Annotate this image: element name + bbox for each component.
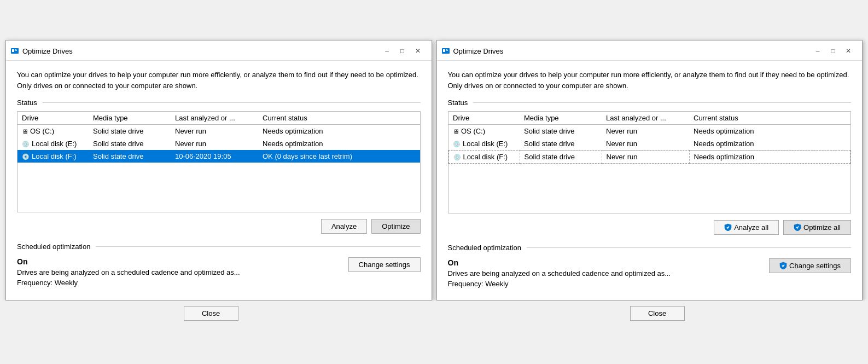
empty-row bbox=[18, 179, 420, 195]
scheduled-freq-text-2: Frequency: Weekly bbox=[448, 280, 671, 288]
scheduled-line-1 bbox=[96, 246, 420, 247]
scheduled-desc-text-2: Drives are being analyzed on a scheduled… bbox=[448, 269, 671, 278]
drive-status: Needs optimization bbox=[689, 137, 850, 151]
scheduled-on-label: On bbox=[17, 257, 240, 266]
col-last-2: Last analyzed or ... bbox=[602, 112, 689, 125]
close-footer-btn-1[interactable]: Close bbox=[184, 306, 238, 321]
empty-row bbox=[448, 197, 850, 213]
scheduled-label-1: Scheduled optimization bbox=[17, 242, 90, 251]
window-2: Optimize Drives – □ ✕ You can optimize y… bbox=[436, 40, 863, 301]
window-controls-1: – □ ✕ bbox=[380, 45, 425, 57]
drive-icon: 💿 bbox=[453, 141, 461, 147]
scheduled-label-2: Scheduled optimization bbox=[448, 244, 521, 252]
drive-status: Needs optimization bbox=[689, 151, 850, 164]
drive-media: Solid state drive bbox=[89, 125, 171, 138]
drive-icon: 🖥 bbox=[22, 128, 28, 135]
drive-last: Never run bbox=[602, 137, 689, 151]
table-row[interactable]: 🖥OS (C:) Solid state drive Never run Nee… bbox=[448, 125, 850, 138]
app-icon-1 bbox=[10, 47, 19, 55]
drive-media: Solid state drive bbox=[89, 150, 171, 163]
drive-icon: 💿 bbox=[22, 153, 30, 160]
scheduled-header-row: On Drives are being analyzed on a schedu… bbox=[17, 257, 421, 287]
drive-name: 💿Local disk (F:) bbox=[448, 151, 520, 164]
description-2: You can optimize your drives to help you… bbox=[448, 70, 852, 91]
analyze-button[interactable]: Analyze bbox=[321, 219, 367, 234]
drive-media: Solid state drive bbox=[520, 125, 602, 138]
scheduled-info: On Drives are being analyzed on a schedu… bbox=[17, 257, 240, 287]
status-header-2: Status bbox=[448, 99, 852, 107]
minimize-btn-2[interactable]: – bbox=[811, 45, 825, 57]
drive-icon: 💿 bbox=[453, 154, 461, 160]
restore-btn-1[interactable]: □ bbox=[395, 45, 410, 57]
drive-name: 💿Local disk (E:) bbox=[448, 137, 520, 151]
shield-icon bbox=[724, 223, 732, 231]
drive-name: 🖥OS (C:) bbox=[448, 125, 520, 138]
drive-icon: 💿 bbox=[22, 141, 30, 147]
table-row[interactable]: 💿Local disk (E:) Solid state drive Never… bbox=[448, 137, 850, 151]
table-row-selected[interactable]: 💿Local disk (F:) Solid state drive 10-06… bbox=[18, 150, 420, 163]
col-drive-1: Drive bbox=[18, 112, 89, 125]
close-footer-btn-2[interactable]: Close bbox=[630, 306, 685, 321]
scheduled-section-1: On Drives are being analyzed on a schedu… bbox=[17, 257, 421, 290]
footer-row: Close Close bbox=[0, 301, 868, 324]
status-label-2: Status bbox=[448, 99, 468, 107]
scheduled-info-2: On Drives are being analyzed on a schedu… bbox=[448, 258, 671, 288]
scheduled-desc-text: Drives are being analyzed on a scheduled… bbox=[17, 268, 240, 276]
drive-status: Needs optimization bbox=[258, 125, 420, 138]
window-content-1: You can optimize your drives to help you… bbox=[6, 61, 432, 300]
status-line-1 bbox=[43, 102, 421, 103]
empty-row bbox=[448, 164, 850, 180]
app-icon-2 bbox=[441, 47, 450, 55]
title-bar-1: Optimize Drives – □ ✕ bbox=[6, 41, 432, 61]
status-header-1: Status bbox=[17, 99, 421, 107]
change-settings-button-2[interactable]: Change settings bbox=[769, 258, 851, 273]
col-media-2: Media type bbox=[520, 112, 602, 125]
drive-name: 💿Local disk (E:) bbox=[18, 137, 89, 150]
scheduled-line-2 bbox=[527, 247, 851, 248]
empty-row bbox=[448, 180, 850, 197]
drive-last: Never run bbox=[171, 137, 258, 150]
scheduled-header-1: Scheduled optimization bbox=[17, 242, 421, 251]
shield-icon bbox=[794, 223, 801, 231]
optimize-button[interactable]: Optimize bbox=[371, 219, 420, 234]
drive-status: Needs optimization bbox=[258, 137, 420, 150]
status-line-2 bbox=[473, 102, 851, 103]
table-row-dotted[interactable]: 💿Local disk (F:) Solid state drive Never… bbox=[448, 151, 850, 164]
empty-row bbox=[18, 195, 420, 212]
drive-last: Never run bbox=[171, 125, 258, 138]
drive-media: Solid state drive bbox=[520, 151, 602, 164]
drive-status: OK (0 days since last retrim) bbox=[258, 150, 420, 163]
analyze-all-button[interactable]: Analyze all bbox=[714, 220, 779, 235]
title-bar-2: Optimize Drives – □ ✕ bbox=[437, 41, 863, 61]
scheduled-on-label-2: On bbox=[448, 258, 671, 267]
scheduled-freq-text: Frequency: Weekly bbox=[17, 279, 240, 287]
minimize-btn-1[interactable]: – bbox=[380, 45, 394, 57]
change-settings-button-1[interactable]: Change settings bbox=[348, 257, 421, 272]
action-buttons-2: Analyze all Optimize all bbox=[448, 220, 852, 235]
drive-name: 💿Local disk (F:) bbox=[18, 150, 89, 163]
drive-last: 10-06-2020 19:05 bbox=[171, 150, 258, 163]
col-status-2: Current status bbox=[689, 112, 850, 125]
drive-media: Solid state drive bbox=[520, 137, 602, 151]
status-label-1: Status bbox=[17, 99, 37, 107]
close-btn-1[interactable]: ✕ bbox=[411, 45, 425, 57]
svg-rect-6 bbox=[446, 49, 447, 50]
shield-icon bbox=[779, 262, 787, 269]
window-controls-2: – □ ✕ bbox=[811, 45, 855, 57]
empty-row bbox=[18, 163, 420, 179]
svg-rect-1 bbox=[12, 49, 14, 52]
scheduled-section-2: On Drives are being analyzed on a schedu… bbox=[448, 258, 852, 291]
scheduled-header-2: Scheduled optimization bbox=[448, 244, 852, 252]
table-row[interactable]: 💿Local disk (E:) Solid state drive Never… bbox=[18, 137, 420, 150]
restore-btn-2[interactable]: □ bbox=[826, 45, 840, 57]
col-drive-2: Drive bbox=[448, 112, 520, 125]
svg-rect-2 bbox=[15, 49, 16, 50]
table-row[interactable]: 🖥OS (C:) Solid state drive Never run Nee… bbox=[18, 125, 420, 138]
action-buttons-1: Analyze Optimize bbox=[17, 219, 421, 234]
optimize-all-button[interactable]: Optimize all bbox=[783, 220, 851, 235]
svg-rect-7 bbox=[446, 50, 448, 51]
col-status-1: Current status bbox=[258, 112, 420, 125]
close-btn-2[interactable]: ✕ bbox=[841, 45, 855, 57]
scheduled-header-row-2: On Drives are being analyzed on a schedu… bbox=[448, 258, 852, 288]
col-last-1: Last analyzed or ... bbox=[171, 112, 258, 125]
